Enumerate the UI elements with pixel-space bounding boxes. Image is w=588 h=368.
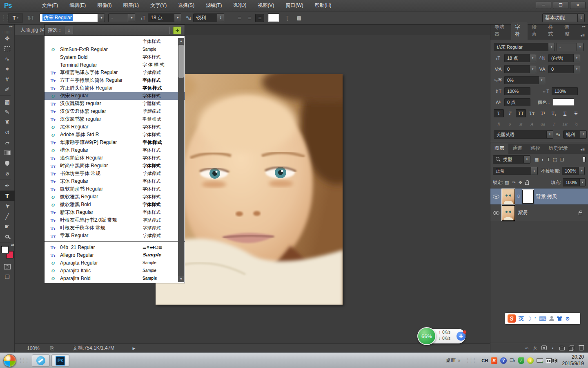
tool-zoom[interactable] [0,231,15,242]
font-list-item[interactable]: OAparajita ItalicSample [45,267,185,274]
tab-导航器[interactable]: 导航器 [490,22,511,40]
menu-item-2[interactable]: 图像(I) [91,0,117,11]
cp-language-dropdown-button[interactable]: ⇕ [546,131,553,138]
font-list-item[interactable]: Tᴛ宋体 Regular字体样式 [45,177,185,185]
account-icon[interactable] [549,316,554,321]
taskbar-photoshop-button[interactable]: Ps [51,355,69,367]
tool-pen[interactable]: ✒ [0,180,15,191]
cp-hscale-field[interactable]: 130% [552,87,578,95]
restore-button[interactable]: ❐ [553,2,568,9]
cp-tsume-combo[interactable]: 0% ▾ [504,76,545,84]
font-list-item[interactable]: Tᴛ04b_21 Regular☰❖♠♣☖▦ [45,243,185,251]
workspace-dropdown-button[interactable]: ⇕ [577,14,584,22]
tool-dodge[interactable]: ⌀ [0,168,15,178]
font-list-item[interactable]: System Bold字体样式 [45,53,185,61]
layer-filter-dropdown-button[interactable]: ⇕ [523,156,530,163]
taskbar-clock[interactable]: 20:20 2015/9/19 [562,354,584,367]
tool-clone-stamp[interactable]: ♜ [0,117,15,127]
layer-row[interactable]: 背景 [490,204,588,221]
blend-mode-combo[interactable]: 正常 ⇕ [493,167,538,175]
close-button[interactable]: ✕ [570,2,586,9]
favorite-filter-button[interactable]: ☆ [65,27,73,34]
menu-item-3[interactable]: 图层(L) [117,0,145,11]
start-button[interactable] [3,354,16,367]
opacity-combo[interactable]: 100% ▾ [562,167,585,175]
toggle-panels-icon[interactable]: ▤ [297,15,301,21]
font-list-item[interactable]: Tᴛ汉仪篆书繁 regular字體樣式 [45,115,185,123]
tool-path-selection[interactable]: ➤ [0,201,15,211]
security-shield-icon[interactable]: ✓ [518,357,524,364]
style-button-5[interactable]: T₁ [549,109,559,117]
font-list-item[interactable]: 字体样式 [45,38,185,45]
fill-combo[interactable]: 100% ▾ [563,178,586,186]
tab-menu-icon[interactable]: ▾≡ [577,31,588,40]
menu-item-1[interactable]: 编辑(E) [64,0,91,11]
help-tray-icon[interactable]: ? [500,357,507,364]
scroll-up-icon[interactable]: ▲ [178,38,184,44]
filter-pixel-icon[interactable]: ▦ [535,157,539,162]
font-list-item[interactable]: Tᴛ叶根友千秋字体 常规字体样式 [45,224,185,232]
cp-style-combo[interactable]: - ▾ [557,43,584,51]
layer-mask-thumbnail[interactable] [522,190,534,204]
scrollbar-thumb[interactable] [178,45,184,78]
font-list-item[interactable]: Tᴛ方正胖头鱼简体 Regular字体样式 [45,84,185,92]
style-button-3[interactable]: Tᴛ [527,109,537,117]
font-list-item[interactable]: Tᴛ时尚中黑简体 Regular字体样式 [45,162,185,170]
tool-move[interactable]: ✥ [0,33,15,43]
share-icon[interactable]: ⎘ [50,346,54,351]
tab-样式[interactable]: 样式 [544,22,560,40]
quick-mask-button[interactable] [0,262,15,272]
tab-历史记录[interactable]: 历史记录 [544,143,572,154]
font-list-item[interactable]: Tᴛ汉仪魏碑繁 regular字體樣式 [45,100,185,108]
font-family-dropdown-button[interactable]: ▾ [98,14,105,22]
tab-调整[interactable]: 调整 [561,22,577,40]
cp-kerning-combo[interactable]: 0 ▾ [504,65,536,73]
lock-transparent-icon[interactable]: ▨ [505,180,509,185]
tab-通道[interactable]: 通道 [508,143,526,154]
delete-layer-icon[interactable] [579,346,584,350]
opentype-button-3[interactable]: A [527,120,537,128]
font-list-item[interactable]: Tᴛ方正兰亭特黑长简体 Regular字体样式 [45,76,185,84]
cp-antialias-dropdown-button[interactable]: ⇕ [580,131,586,138]
font-list-item[interactable]: TᴛAllegro RegularSample [45,251,185,259]
menu-item-4[interactable]: 文字(Y) [145,0,172,11]
align-right-button[interactable]: ≡ [255,14,264,22]
settings-wrench-icon[interactable]: ⚙ [565,316,570,322]
font-list-item[interactable]: Tᴛ华康勘亭流W9(P) Regular字体样式 [45,139,185,146]
font-list-item[interactable]: Tᴛ微软简隶书 Regular字体样式 [45,185,185,193]
cp-tracking-combo[interactable]: 0 ▾ [548,65,580,73]
swap-colors-icon[interactable]: ⇄ [11,243,14,247]
new-layer-icon[interactable] [570,346,574,350]
foreground-color-swatch[interactable] [1,246,9,254]
fullhalf-width-icon[interactable]: ☽ [527,316,532,322]
font-size-dropdown-button[interactable]: ▾ [174,14,181,22]
cp-language-combo[interactable]: 美国英语 ⇕ [494,130,553,139]
cp-size-dropdown-button[interactable]: ▾ [529,54,536,62]
font-list-item[interactable]: Terminal Regular字 体 样 式 [45,61,185,69]
add-mask-icon[interactable] [541,346,547,350]
visibility-eye-icon[interactable] [493,195,499,199]
font-list-item[interactable]: O微软雅黑 Regular字体样式 [45,193,185,201]
filter-toggle[interactable] [583,157,586,162]
tool-eyedropper[interactable]: ✐ [0,84,15,94]
skin-icon[interactable] [557,316,562,321]
minimize-button[interactable]: ─ [536,2,551,9]
show-windows-icon[interactable]: ❐▾ [510,358,515,363]
tool-healing-brush[interactable]: ▩ [0,96,15,107]
cp-size-combo[interactable]: 18 点 ▾ [504,54,536,62]
fill-dropdown-button[interactable]: ▾ [579,179,585,186]
font-style-combo[interactable]: - ▾ [108,13,135,22]
style-button-1[interactable]: T [505,109,515,117]
text-color-swatch[interactable] [268,14,279,22]
align-left-button[interactable]: ≡ [235,14,244,22]
sogou-logo[interactable]: S [508,314,516,323]
input-language-indicator[interactable]: CH [481,358,488,363]
network-tray-icon[interactable] [546,358,552,363]
font-list-item[interactable]: Tᴛ迷你简启体 Regular字体样式 [45,154,185,162]
tool-rectangular-marquee[interactable] [0,43,15,54]
lock-paint-icon[interactable]: ✑ [512,180,515,185]
memory-percent-ball[interactable]: 66% [417,327,436,345]
adjustment-layer-icon[interactable]: ◐ [552,346,555,350]
punctuation-icon[interactable]: ’ [535,316,536,322]
antivirus-tray-icon[interactable]: + [527,357,534,364]
